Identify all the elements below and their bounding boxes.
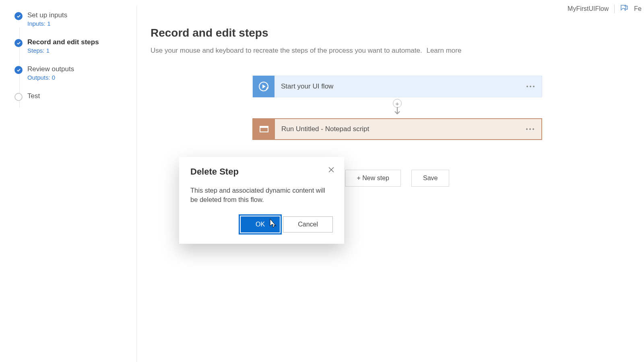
- sidebar-step-record[interactable]: Record and edit steps Steps: 1: [14, 38, 136, 54]
- page-description: Use your mouse and keyboard to recreate …: [151, 47, 644, 55]
- window-icon: [253, 118, 275, 140]
- wizard-sidebar: Set up inputs Inputs: 1 Record and edit …: [0, 6, 137, 362]
- svg-rect-2: [260, 126, 268, 128]
- check-icon: [14, 39, 23, 47]
- dialog-title: Delete Step: [190, 167, 333, 177]
- check-icon: [14, 66, 23, 74]
- close-icon[interactable]: [326, 164, 337, 175]
- save-button[interactable]: Save: [411, 170, 449, 187]
- sidebar-step-outputs[interactable]: Review outputs Outputs: 0: [14, 65, 136, 81]
- check-icon: [14, 12, 23, 20]
- page-title: Record and edit steps: [151, 27, 644, 39]
- step-title: Test: [27, 92, 40, 100]
- sidebar-step-test[interactable]: Test: [14, 92, 136, 101]
- sidebar-step-inputs[interactable]: Set up inputs Inputs: 1: [14, 11, 136, 27]
- plus-icon[interactable]: +: [393, 99, 402, 108]
- cancel-button[interactable]: Cancel: [283, 216, 333, 232]
- ellipsis-icon[interactable]: [526, 86, 535, 87]
- step-title: Record and edit steps: [27, 38, 99, 46]
- dialog-body: This step and associated dynamic content…: [190, 186, 333, 204]
- ok-button[interactable]: OK: [241, 216, 280, 232]
- start-flow-card[interactable]: Start your UI flow: [252, 76, 542, 97]
- delete-step-dialog: Delete Step This step and associated dyn…: [179, 157, 344, 244]
- step-sub: Outputs: 0: [27, 74, 74, 81]
- step-title: Set up inputs: [27, 11, 67, 19]
- ellipsis-icon[interactable]: [526, 128, 534, 130]
- card-label: Start your UI flow: [281, 82, 333, 90]
- card-label: Run Untitled - Notepad script: [281, 125, 369, 133]
- play-circle-icon: [253, 76, 275, 97]
- run-script-card[interactable]: Run Untitled - Notepad script: [252, 118, 542, 140]
- dialog-actions: OK Cancel: [190, 216, 333, 232]
- flow-actions: + New step Save: [345, 170, 450, 187]
- step-sub: Steps: 1: [27, 47, 99, 54]
- new-step-button[interactable]: + New step: [345, 170, 401, 187]
- learn-more-link[interactable]: Learn more: [426, 47, 461, 54]
- step-sub: Inputs: 1: [27, 20, 67, 27]
- empty-bullet-icon: [14, 93, 23, 101]
- add-connector[interactable]: +: [393, 99, 402, 116]
- arrow-down-icon: [393, 107, 401, 116]
- step-title: Review outputs: [27, 65, 74, 73]
